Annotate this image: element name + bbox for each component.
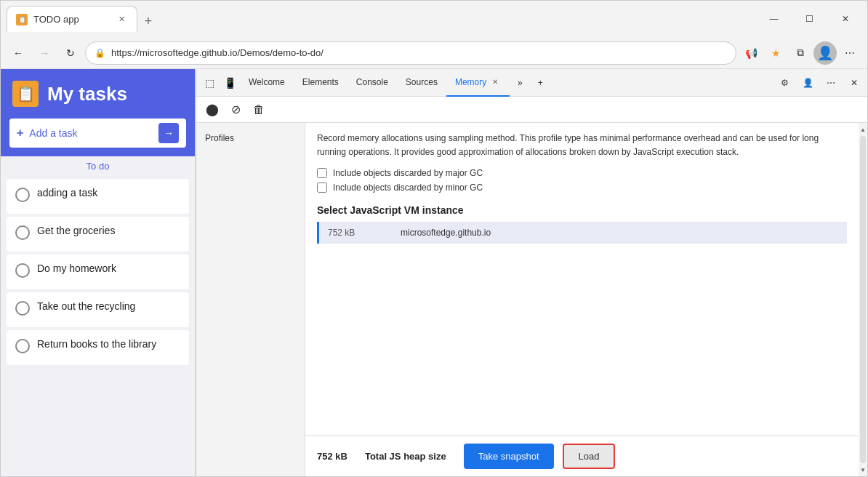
task-checkbox-5[interactable] [15, 339, 30, 353]
tab-memory[interactable]: Memory ✕ [446, 69, 510, 97]
list-item: Do my homework [7, 254, 189, 289]
footer-size: 752 kB [317, 451, 347, 462]
list-item: adding a task [7, 179, 189, 214]
tab-welcome[interactable]: Welcome [240, 69, 294, 97]
task-text-2: Get the groceries [37, 224, 115, 238]
inspect-element-button[interactable]: ⬚ [199, 73, 220, 93]
task-checkbox-2[interactable] [15, 225, 30, 240]
devtools-experiments-button[interactable]: 👤 [797, 73, 818, 93]
minor-gc-checkbox[interactable] [317, 183, 327, 193]
window-controls: — ☐ ✕ [758, 7, 861, 31]
devtools-scrollbar[interactable]: ▲ ▼ [859, 123, 867, 476]
reload-button[interactable]: ↻ [59, 41, 82, 65]
add-task-bar: + Add a task → [1, 119, 195, 156]
add-task-label: Add a task [29, 127, 153, 139]
profile-description: Record memory allocations using sampling… [317, 132, 847, 159]
devtools-main: Record memory allocations using sampling… [305, 123, 859, 476]
devtools-toolbar-right: ⚙ 👤 ⋯ ✕ [774, 73, 864, 93]
add-task-submit-button[interactable]: → [158, 123, 179, 143]
address-bar: ← → ↻ 🔒 https://microsoftedge.github.io/… [1, 37, 867, 69]
plus-icon: + [17, 127, 23, 140]
list-item: Return books to the library [7, 330, 189, 365]
todo-list: adding a task Get the groceries Do my ho… [1, 176, 195, 476]
task-checkbox-4[interactable] [15, 301, 30, 316]
tab-close-button[interactable]: ✕ [115, 13, 128, 26]
task-text-3: Do my homework [37, 262, 116, 276]
tab-sources[interactable]: Sources [397, 69, 446, 97]
scroll-track[interactable] [860, 136, 866, 463]
maximize-button[interactable]: ☐ [793, 7, 826, 31]
sidebar-item-profiles[interactable]: Profiles [196, 129, 305, 148]
load-button[interactable]: Load [563, 444, 616, 469]
major-gc-checkbox[interactable] [317, 168, 327, 178]
lock-icon: 🔒 [95, 48, 105, 58]
tab-favicon: 📋 [16, 14, 28, 25]
url-bar[interactable]: 🔒 https://microsoftedge.github.io/Demos/… [85, 41, 736, 65]
vm-section-title: Select JavaScript VM instance [317, 204, 847, 216]
vm-url: microsoftedge.github.io [392, 222, 499, 244]
toolbar-right: 📢 ★ ⧉ 👤 ⋯ [739, 41, 861, 65]
tab-console[interactable]: Console [347, 69, 397, 97]
browser-tab-todo[interactable]: 📋 TODO app ✕ [7, 6, 137, 32]
devtools-panel: ⬚ 📱 Welcome Elements Console Sources Mem… [196, 69, 867, 476]
devtools-more-button[interactable]: ⋯ [821, 73, 841, 93]
back-button[interactable]: ← [7, 41, 30, 65]
list-item: Take out the recycling [7, 292, 189, 327]
stop-button[interactable]: ⊘ [225, 100, 246, 120]
footer-actions: Take snapshot Load [464, 444, 616, 469]
forward-button[interactable]: → [33, 41, 56, 65]
scroll-up-arrow[interactable]: ▲ [859, 124, 867, 135]
profile-button[interactable]: 👤 [813, 41, 837, 65]
tab-bar: 📋 TODO app ✕ + [7, 6, 752, 32]
devtools-sidebar: Profiles [196, 123, 305, 476]
major-gc-label: Include objects discarded by major GC [333, 168, 483, 178]
tab-elements[interactable]: Elements [294, 69, 347, 97]
device-emulation-button[interactable]: 📱 [220, 73, 240, 93]
minimize-button[interactable]: — [758, 7, 790, 31]
add-task-input[interactable]: + Add a task → [9, 119, 186, 148]
task-text-5: Return books to the library [37, 337, 156, 352]
todo-app: 📋 My tasks + Add a task → To do adding a… [1, 69, 196, 476]
minor-gc-label: Include objects discarded by minor GC [333, 183, 483, 193]
clear-button[interactable]: 🗑 [249, 100, 269, 120]
devtools-tab-bar: ⬚ 📱 Welcome Elements Console Sources Mem… [196, 69, 867, 97]
settings-button[interactable]: ⋯ [838, 41, 861, 65]
collections-button[interactable]: ⧉ [789, 41, 812, 65]
devtools-footer: 752 kB Total JS heap size Take snapshot … [305, 436, 859, 476]
new-tab-button[interactable]: + [137, 10, 159, 32]
take-snapshot-button[interactable]: Take snapshot [464, 444, 554, 469]
major-gc-row: Include objects discarded by major GC [317, 168, 847, 178]
task-text-1: adding a task [37, 186, 97, 201]
close-button[interactable]: ✕ [829, 7, 861, 31]
add-tab-button[interactable]: + [530, 73, 550, 93]
list-item: Get the groceries [7, 217, 189, 252]
browser-window: 📋 TODO app ✕ + — ☐ ✕ ← → ↻ 🔒 http [0, 0, 868, 477]
title-bar: 📋 TODO app ✕ + — ☐ ✕ [1, 1, 867, 37]
todo-section-label: To do [1, 156, 195, 176]
task-text-4: Take out the recycling [37, 300, 135, 314]
tab-title: TODO app [33, 14, 79, 25]
devtools-close-button[interactable]: ✕ [844, 73, 864, 93]
todo-header: 📋 My tasks [1, 69, 195, 119]
task-checkbox-1[interactable] [15, 188, 30, 202]
task-checkbox-3[interactable] [15, 263, 30, 278]
tab-memory-close[interactable]: ✕ [489, 76, 501, 88]
footer-heap-label: Total JS heap size [365, 451, 446, 462]
devtools-scroll-area[interactable]: Record memory allocations using sampling… [305, 123, 859, 436]
favorites-button[interactable]: ★ [764, 41, 787, 65]
todo-title: My tasks [47, 83, 127, 105]
minor-gc-row: Include objects discarded by minor GC [317, 183, 847, 193]
vm-size: 752 kB [319, 222, 392, 244]
vm-instance-row[interactable]: 752 kB microsoftedge.github.io [317, 222, 847, 244]
scroll-down-arrow[interactable]: ▼ [859, 465, 867, 475]
todo-icon: 📋 [12, 81, 39, 107]
url-text: https://microsoftedge.github.io/Demos/de… [111, 47, 727, 58]
devtools-body: Profiles Record memory allocations using… [196, 123, 867, 476]
devtools-settings-button[interactable]: ⚙ [774, 73, 795, 93]
devtools-secondary-toolbar: ⬤ ⊘ 🗑 [196, 97, 867, 123]
read-aloud-button[interactable]: 📢 [739, 41, 763, 65]
main-content: 📋 My tasks + Add a task → To do adding a… [1, 69, 867, 476]
more-tabs-button[interactable]: » [510, 73, 530, 93]
record-button[interactable]: ⬤ [202, 100, 222, 120]
